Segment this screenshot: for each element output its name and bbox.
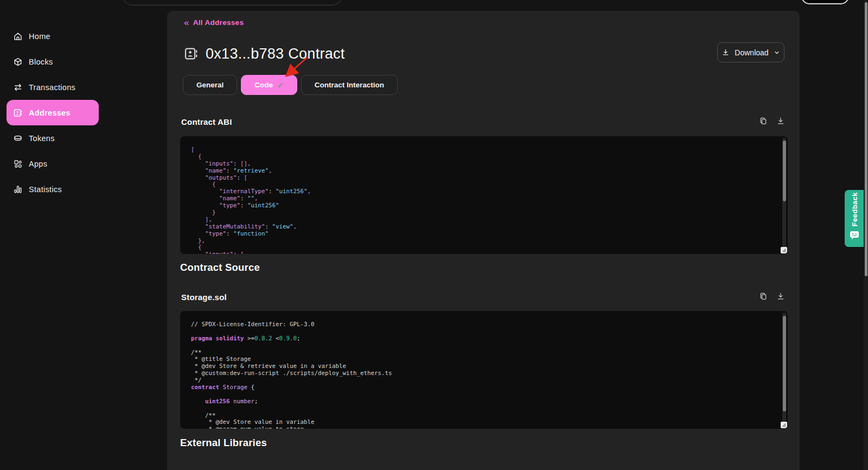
external-libraries-heading: External Libraries	[180, 437, 267, 449]
search-input[interactable]	[122, 0, 342, 5]
page-title: 0x13...b783 Contract	[206, 46, 345, 62]
back-link-label: All Addresses	[193, 18, 244, 27]
sidebar-item-statistics[interactable]: Statistics	[0, 176, 167, 202]
code-scrollbar[interactable]	[782, 138, 786, 252]
source-code-block[interactable]: // SPDX-License-Identifier: GPL-3.0 prag…	[180, 311, 788, 429]
sidebar: Home Blocks Transactions Addresses Token…	[0, 23, 167, 202]
coin-icon	[13, 134, 23, 143]
cube-icon	[13, 57, 23, 67]
contract-abi-code-block[interactable]: [ { "inputs": [], "name": "retrieve", "o…	[180, 136, 788, 254]
copy-icon[interactable]	[759, 117, 768, 125]
scrollbar-thumb[interactable]	[783, 316, 786, 411]
download-icon[interactable]	[776, 117, 785, 125]
sidebar-item-blocks[interactable]: Blocks	[0, 49, 167, 74]
sidebar-item-label: Tokens	[29, 134, 55, 143]
contract-source-heading: Contract Source	[180, 262, 260, 274]
bar-chart-icon	[13, 185, 23, 194]
page-scrollbar-thumb[interactable]	[865, 2, 867, 276]
tab-label: Code	[254, 81, 273, 89]
sidebar-item-label: Addresses	[29, 109, 71, 117]
home-icon	[13, 31, 23, 41]
sidebar-item-addresses[interactable]: Addresses	[7, 100, 99, 125]
sidebar-item-apps[interactable]: Apps	[0, 151, 167, 176]
sidebar-item-label: Transactions	[29, 83, 75, 92]
sidebar-item-label: Apps	[29, 160, 47, 168]
feedback-button[interactable]: Feedback	[845, 190, 864, 247]
copy-icon[interactable]	[759, 292, 768, 301]
squares-grid-icon	[13, 159, 23, 169]
check-icon: ✓	[277, 81, 284, 90]
swap-arrows-icon	[13, 82, 23, 92]
sidebar-item-tokens[interactable]: Tokens	[0, 125, 167, 151]
sidebar-item-home[interactable]: Home	[0, 23, 167, 49]
main-panel: « All Addresses 0x13...b783 Contract Dow…	[167, 11, 800, 470]
source-file-title: Storage.sol	[181, 293, 227, 302]
contact-card-icon	[13, 108, 23, 118]
download-button[interactable]: Download	[717, 42, 784, 62]
resize-handle[interactable]	[781, 247, 787, 253]
download-button-label: Download	[735, 48, 768, 57]
page-scrollbar[interactable]	[864, 0, 868, 470]
download-icon[interactable]	[776, 292, 785, 301]
smiley-chat-icon	[850, 231, 859, 242]
contract-abi-code: [ { "inputs": [], "name": "retrieve", "o…	[180, 136, 788, 254]
feedback-label: Feedback	[851, 192, 859, 226]
scrollbar-thumb[interactable]	[783, 141, 786, 201]
chevron-down-icon	[774, 49, 780, 56]
resize-handle[interactable]	[781, 422, 787, 428]
sidebar-item-label: Home	[29, 32, 50, 41]
top-right-button[interactable]	[801, 0, 849, 4]
sidebar-item-label: Blocks	[29, 58, 53, 66]
title-row: 0x13...b783 Contract	[183, 42, 345, 65]
contact-card-icon	[183, 46, 199, 61]
tab-contract-interaction[interactable]: Contract Interaction	[301, 75, 398, 95]
double-chevron-left-icon: «	[184, 19, 189, 26]
sidebar-item-transactions[interactable]: Transactions	[0, 74, 167, 100]
contract-abi-title: Contract ABI	[181, 117, 232, 126]
tab-code[interactable]: Code ✓	[241, 75, 297, 95]
code-scrollbar[interactable]	[782, 313, 786, 427]
tab-label: Contract Interaction	[315, 81, 384, 89]
source-code: // SPDX-License-Identifier: GPL-3.0 prag…	[180, 311, 788, 429]
tab-general[interactable]: General	[183, 75, 237, 95]
tab-label: General	[196, 81, 224, 89]
page: Home Blocks Transactions Addresses Token…	[0, 0, 868, 470]
download-icon	[722, 48, 730, 56]
tabs: General Code ✓ Contract Interaction	[183, 75, 398, 95]
all-addresses-back-link[interactable]: « All Addresses	[184, 18, 244, 27]
sidebar-item-label: Statistics	[29, 185, 62, 194]
